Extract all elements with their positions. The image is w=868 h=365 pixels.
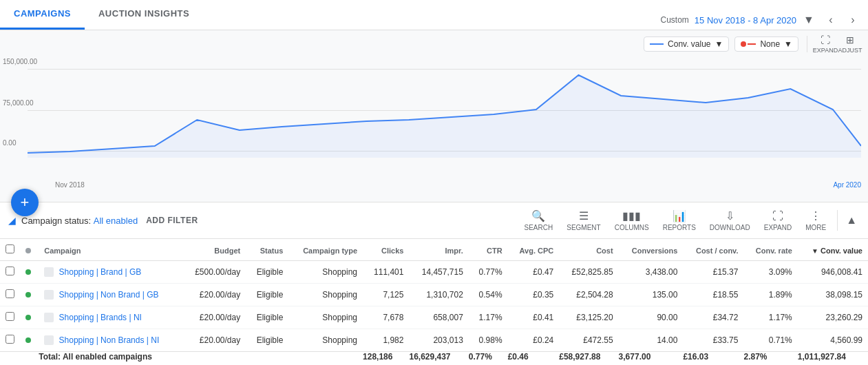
th-cost[interactable]: Cost [559,239,618,261]
blue-line-icon [650,43,664,45]
row-cost-conv-2: £34.72 [683,306,743,329]
row-checkbox-0[interactable] [0,261,20,284]
th-ctr[interactable]: CTR [469,239,508,261]
adjust-chart-btn[interactable]: ⊞ ADJUST [840,34,860,54]
table-row: Shopping | Brands | NI £20.00/day Eligib… [0,306,868,329]
th-conv-value[interactable]: ▼ Conv. value [798,239,868,261]
sort-arrow-icon: ▼ [812,247,818,255]
tab-campaigns[interactable]: CAMPAIGNS [0,0,85,30]
row-impr-3: 203,013 [409,329,468,352]
row-select-2[interactable] [6,312,14,321]
expand-table-btn[interactable]: ⛶ EXPAND [759,209,797,233]
status-dot-header [25,248,31,253]
total-impr: 16,629,437 [409,352,468,362]
row-budget-3: £20.00/day [182,329,246,352]
th-type[interactable]: Campaign type [288,239,363,261]
conv-value-legend[interactable]: Conv. value ▼ [644,36,729,52]
row-status-text-2: Eligible [246,306,288,329]
line-chart [28,58,861,158]
svg-marker-0 [28,75,861,158]
row-type-0: Shopping [288,261,363,284]
campaign-name-1[interactable]: Shopping | Non Brand | GB [59,290,159,300]
filter-sep [837,210,838,231]
row-budget-1: £20.00/day [182,284,246,306]
none-legend[interactable]: None ▼ [734,36,798,52]
date-range-selector[interactable]: Custom 15 Nov 2018 - 8 Apr 2020 ▼ ‹ › [660,10,868,30]
total-conv-rate: 2.87% [743,352,797,362]
campaign-name-0[interactable]: Shopping | Brand | GB [59,267,142,277]
red-dot-icon [741,41,746,47]
th-status[interactable]: Status [246,239,288,261]
row-ctr-0: 0.77% [469,261,508,284]
row-conv-rate-0: 3.09% [743,261,797,284]
chart-svg-area: 150,000.00 75,000.00 0.00 Nov 2018 Apr 2… [0,58,868,189]
row-conversions-1: 135.00 [619,284,684,306]
add-filter-btn[interactable]: ADD FILTER [146,216,198,225]
row-conv-value-0: 946,008.41 [798,261,868,284]
row-status-text-3: Eligible [246,329,288,352]
search-btn[interactable]: 🔍 SEARCH [519,208,559,233]
row-conv-rate-2: 1.17% [743,306,797,329]
columns-label: COLUMNS [615,224,649,231]
status-dot-2 [25,315,31,320]
next-date-btn[interactable]: › [843,10,862,30]
row-conv-rate-3: 0.71% [743,329,797,352]
campaign-name-2[interactable]: Shopping | Brands | NI [59,313,142,322]
row-ctr-1: 0.54% [469,284,508,306]
segment-icon: ☰ [579,209,589,222]
shopping-icon-2 [44,313,54,322]
row-select-1[interactable] [6,289,14,298]
table-row: Shopping | Brand | GB £500.00/day Eligib… [0,261,868,284]
th-conversions[interactable]: Conversions [619,239,684,261]
reports-icon: 📊 [673,209,686,222]
row-type-2: Shopping [288,306,363,329]
th-budget[interactable]: Budget [182,239,246,261]
tab-auction-insights[interactable]: AUCTION INSIGHTS [85,0,203,30]
prev-date-btn[interactable]: ‹ [821,10,840,30]
th-conv-rate[interactable]: Conv. rate [743,239,797,261]
none-dropdown-icon: ▼ [784,39,792,49]
row-type-1: Shopping [288,284,363,306]
row-select-3[interactable] [6,335,14,344]
th-avg-cpc[interactable]: Avg. CPC [508,239,560,261]
y-label-0: 0.00 [3,139,16,147]
row-checkbox-1[interactable] [0,284,20,306]
total-checkbox-col [0,352,39,362]
row-status-dot-2 [20,306,39,329]
total-conv-value: 1,011,927.84 [798,352,868,362]
row-clicks-3: 1,982 [363,329,409,352]
row-avg-cpc-2: £0.41 [508,306,560,329]
shopping-icon-0 [44,267,54,277]
date-text: 15 Nov 2018 - 8 Apr 2020 [695,15,796,25]
columns-btn[interactable]: ▮▮▮ COLUMNS [609,208,655,233]
th-cost-conv[interactable]: Cost / conv. [683,239,743,261]
collapse-chart-btn[interactable]: ▲ [843,211,860,229]
download-btn[interactable]: ⇩ DOWNLOAD [704,208,756,233]
campaign-name-3[interactable]: Shopping | Non Brands | NI [59,335,160,345]
select-all-checkbox[interactable] [6,244,14,253]
row-select-0[interactable] [6,267,14,275]
dropdown-btn[interactable]: ▼ [799,10,818,30]
more-btn[interactable]: ⋮ MORE [800,208,832,233]
conv-value-dropdown-icon: ▼ [715,39,723,49]
filter-bar: ◢ Campaign status: All enabled ADD FILTE… [0,202,868,239]
th-clicks[interactable]: Clicks [363,239,409,261]
th-impr[interactable]: Impr. [409,239,468,261]
th-status-dot [20,239,39,261]
table-row: Shopping | Non Brand | GB £20.00/day Eli… [0,284,868,306]
segment-btn[interactable]: ☰ SEGMENT [561,208,606,233]
reports-btn[interactable]: 📊 REPORTS [657,208,701,233]
segment-label: SEGMENT [567,224,600,231]
expand-chart-btn[interactable]: ⛶ EXPAND [816,34,835,54]
row-conv-value-2: 23,260.29 [798,306,868,329]
row-status-dot-0 [20,261,39,284]
reports-label: REPORTS [663,224,696,231]
row-budget-0: £500.00/day [182,261,246,284]
row-checkbox-2[interactable] [0,306,20,329]
row-checkbox-3[interactable] [0,329,20,352]
row-impr-2: 658,007 [409,306,468,329]
row-ctr-2: 1.17% [469,306,508,329]
add-campaign-btn[interactable]: + [11,189,39,216]
th-campaign[interactable]: Campaign [39,239,182,261]
row-impr-1: 1,310,702 [409,284,468,306]
